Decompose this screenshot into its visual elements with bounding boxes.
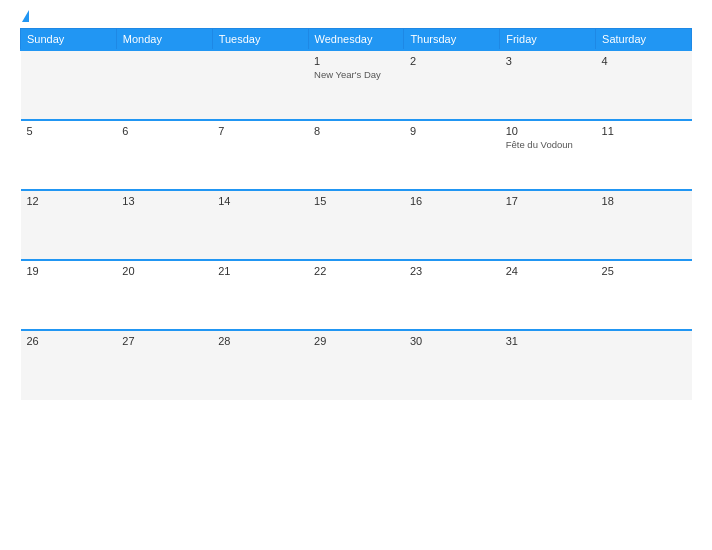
day-number: 29 (314, 335, 398, 347)
day-number: 6 (122, 125, 206, 137)
calendar-cell: 15 (308, 190, 404, 260)
calendar-cell: 2 (404, 50, 500, 120)
calendar-cell (596, 330, 692, 400)
weekday-header-monday: Monday (116, 29, 212, 51)
calendar-cell: 5 (21, 120, 117, 190)
day-number: 12 (27, 195, 111, 207)
calendar-cell: 20 (116, 260, 212, 330)
day-number: 1 (314, 55, 398, 67)
logo (20, 10, 29, 22)
weekday-header-sunday: Sunday (21, 29, 117, 51)
weekday-header-friday: Friday (500, 29, 596, 51)
day-number: 20 (122, 265, 206, 277)
day-number: 10 (506, 125, 590, 137)
calendar-cell: 24 (500, 260, 596, 330)
calendar-cell: 23 (404, 260, 500, 330)
calendar-cell: 10Fête du Vodoun (500, 120, 596, 190)
calendar-cell: 13 (116, 190, 212, 260)
weekday-header-wednesday: Wednesday (308, 29, 404, 51)
calendar-cell (21, 50, 117, 120)
calendar-cell: 7 (212, 120, 308, 190)
calendar-cell: 21 (212, 260, 308, 330)
weekday-header-tuesday: Tuesday (212, 29, 308, 51)
week-row-5: 262728293031 (21, 330, 692, 400)
calendar-cell: 6 (116, 120, 212, 190)
day-number: 17 (506, 195, 590, 207)
day-number: 8 (314, 125, 398, 137)
calendar-cell: 19 (21, 260, 117, 330)
day-number: 30 (410, 335, 494, 347)
day-number: 19 (27, 265, 111, 277)
week-row-4: 19202122232425 (21, 260, 692, 330)
calendar-cell: 25 (596, 260, 692, 330)
calendar-cell: 31 (500, 330, 596, 400)
calendar-cell: 29 (308, 330, 404, 400)
week-row-2: 5678910Fête du Vodoun11 (21, 120, 692, 190)
calendar-cell: 30 (404, 330, 500, 400)
day-number: 2 (410, 55, 494, 67)
calendar-cell: 28 (212, 330, 308, 400)
day-number: 23 (410, 265, 494, 277)
calendar-table: SundayMondayTuesdayWednesdayThursdayFrid… (20, 28, 692, 400)
day-number: 15 (314, 195, 398, 207)
calendar-cell: 9 (404, 120, 500, 190)
day-number: 11 (602, 125, 686, 137)
calendar-cell: 26 (21, 330, 117, 400)
day-number: 28 (218, 335, 302, 347)
day-number: 3 (506, 55, 590, 67)
calendar-page: SundayMondayTuesdayWednesdayThursdayFrid… (0, 0, 712, 550)
day-number: 14 (218, 195, 302, 207)
weekday-header-thursday: Thursday (404, 29, 500, 51)
day-number: 7 (218, 125, 302, 137)
day-number: 21 (218, 265, 302, 277)
calendar-cell: 17 (500, 190, 596, 260)
calendar-cell: 4 (596, 50, 692, 120)
calendar-cell: 27 (116, 330, 212, 400)
day-number: 22 (314, 265, 398, 277)
day-number: 31 (506, 335, 590, 347)
day-number: 26 (27, 335, 111, 347)
day-number: 24 (506, 265, 590, 277)
calendar-cell: 12 (21, 190, 117, 260)
calendar-cell: 14 (212, 190, 308, 260)
calendar-cell (116, 50, 212, 120)
calendar-cell (212, 50, 308, 120)
day-number: 13 (122, 195, 206, 207)
calendar-cell: 16 (404, 190, 500, 260)
day-number: 9 (410, 125, 494, 137)
day-number: 25 (602, 265, 686, 277)
calendar-cell: 1New Year's Day (308, 50, 404, 120)
holiday-label: New Year's Day (314, 69, 398, 80)
week-row-3: 12131415161718 (21, 190, 692, 260)
day-number: 18 (602, 195, 686, 207)
calendar-cell: 3 (500, 50, 596, 120)
weekday-header-saturday: Saturday (596, 29, 692, 51)
calendar-cell: 11 (596, 120, 692, 190)
day-number: 16 (410, 195, 494, 207)
calendar-cell: 18 (596, 190, 692, 260)
week-row-1: 1New Year's Day234 (21, 50, 692, 120)
calendar-header (20, 10, 692, 22)
weekday-header-row: SundayMondayTuesdayWednesdayThursdayFrid… (21, 29, 692, 51)
calendar-cell: 22 (308, 260, 404, 330)
holiday-label: Fête du Vodoun (506, 139, 590, 150)
day-number: 4 (602, 55, 686, 67)
logo-triangle-icon (22, 10, 29, 22)
day-number: 5 (27, 125, 111, 137)
calendar-cell: 8 (308, 120, 404, 190)
day-number: 27 (122, 335, 206, 347)
